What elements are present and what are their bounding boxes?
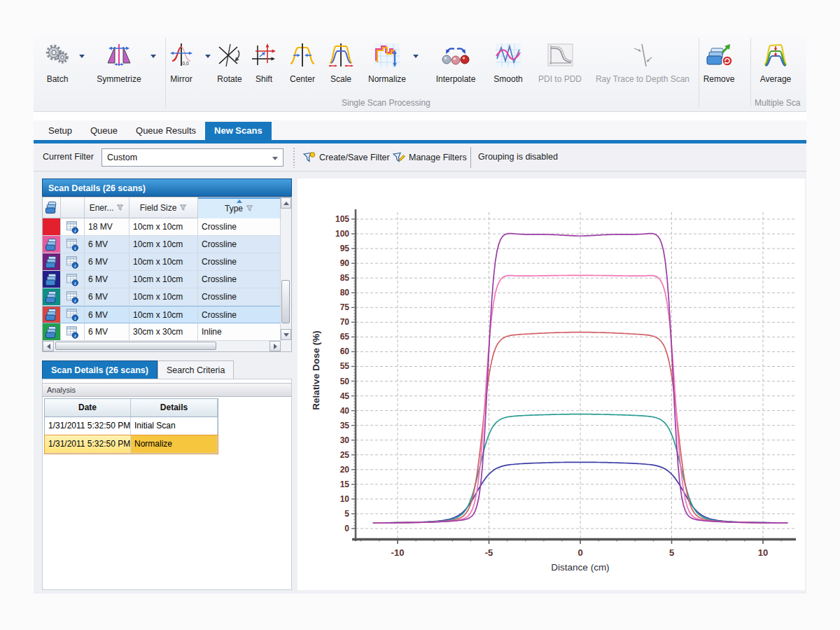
tab-setup[interactable]: Setup	[39, 122, 81, 140]
tab-queue-results[interactable]: Queue Results	[127, 122, 205, 140]
y-tick-label: 100	[335, 229, 349, 239]
sort-ascending-icon	[237, 200, 242, 203]
grid-info-icon[interactable]: i	[66, 273, 79, 286]
filter-funnel-icon[interactable]	[246, 204, 253, 212]
history-column-header-details[interactable]: Details	[131, 399, 218, 416]
triangle-left-icon	[47, 344, 50, 349]
y-tick-label: 85	[340, 273, 350, 283]
scan-color-swatch	[43, 218, 61, 236]
scroll-down-button[interactable]	[281, 329, 291, 340]
tab-queue[interactable]: Queue	[81, 122, 127, 140]
column-header-energy[interactable]: Ener...	[85, 197, 130, 218]
current-filter-value: Custom	[107, 153, 137, 162]
grid-info-icon[interactable]: i	[66, 290, 79, 304]
scan-energy-cell: 6 MV	[85, 288, 130, 306]
scan-row[interactable]: i18 MV10cm x 10cmCrossline	[43, 218, 281, 236]
dropdown-arrow-icon[interactable]	[413, 55, 419, 58]
scan-energy-cell: 6 MV	[85, 306, 130, 323]
filter-funnel-icon[interactable]	[116, 204, 124, 211]
scan-color-swatch	[43, 236, 61, 253]
scan-info-icon-cell[interactable]: i	[61, 218, 85, 236]
detail-tab-search-criteria[interactable]: Search Criteria	[158, 360, 234, 379]
history-row[interactable]: 1/31/2011 5:32:50 PMNormalize	[45, 435, 218, 454]
y-tick-label: 5	[344, 509, 349, 519]
ribbon-rotate-button[interactable]: Rotate	[209, 39, 250, 99]
x-tick-label: 0	[578, 547, 582, 558]
scan-info-icon-cell[interactable]: i	[61, 306, 85, 323]
y-tick-label: 45	[340, 391, 350, 401]
scan-info-icon-cell[interactable]: i	[61, 288, 85, 306]
scan-color-swatch	[43, 306, 61, 323]
current-filter-dropdown[interactable]: Custom	[102, 148, 284, 167]
y-tick-label: 0	[344, 524, 349, 533]
scan-info-icon-cell[interactable]: i	[61, 323, 85, 341]
scan-row[interactable]: i6 MV30cm x 30cmInline	[43, 323, 281, 341]
grid-info-icon[interactable]: i	[66, 255, 79, 269]
ribbon-remove-button[interactable]: Remove	[697, 39, 741, 99]
ribbon-symmetrize-button[interactable]: Symmetrize	[86, 39, 152, 99]
dropdown-arrow-icon[interactable]	[150, 55, 156, 58]
average-icon	[762, 42, 790, 69]
ribbon-shift-button[interactable]: Shift	[248, 39, 280, 99]
horizontal-scrollbar[interactable]	[43, 341, 291, 351]
scan-info-icon-cell[interactable]: i	[61, 253, 85, 271]
ribbon-item-label: Ray Trace to Depth Scan	[583, 74, 702, 84]
filter-toolbar: Current Filter Custom Create/Save Filter	[34, 144, 806, 172]
profile-chart-panel: 0510152025303540455055606570758085909510…	[298, 178, 805, 590]
ribbon-mirror-button[interactable]: 0,0Mirror	[156, 39, 206, 99]
scan-type-cell: Crossline	[198, 288, 281, 306]
y-tick-label: 20	[340, 465, 350, 475]
ribbon-normalize-button[interactable]: Normalize	[360, 39, 414, 99]
history-column-header-date[interactable]: Date	[45, 399, 131, 416]
vertical-scroll-thumb[interactable]	[281, 280, 290, 323]
column-header-stack[interactable]	[43, 197, 61, 218]
vertical-scrollbar[interactable]	[281, 197, 291, 340]
ribbon-center-button[interactable]: Center	[284, 39, 321, 99]
scan-row[interactable]: i6 MV10cm x 10cmCrossline	[43, 288, 281, 306]
scan-row[interactable]: i6 MV10cm x 10cmCrossline	[43, 236, 281, 253]
ribbon-batch-button[interactable]: Batch	[34, 39, 80, 99]
create-save-filter-button[interactable]: Create/Save Filter	[302, 149, 390, 166]
tab-new-scans[interactable]: New Scans	[205, 122, 272, 140]
scan-row[interactable]: i6 MV10cm x 10cmCrossline	[43, 306, 281, 323]
y-tick-label: 95	[340, 244, 350, 253]
grid-info-icon[interactable]: i	[66, 220, 79, 234]
grid-info-icon[interactable]: i	[66, 238, 79, 251]
scan-info-icon-cell[interactable]: i	[61, 236, 85, 253]
scan-type-cell: Crossline	[198, 218, 281, 236]
column-header-type[interactable]: Type	[198, 197, 281, 218]
detail-tab-scan-details-26-scans-[interactable]: Scan Details (26 scans)	[42, 360, 158, 379]
ribbon-item-label: Batch	[34, 74, 80, 84]
scroll-left-button[interactable]	[43, 341, 54, 351]
scan-row[interactable]: i6 MV10cm x 10cmCrossline	[43, 253, 281, 271]
ribbon-scale-button[interactable]: Scale	[325, 39, 357, 99]
history-row[interactable]: 1/31/2011 5:32:50 PMInitial Scan	[45, 417, 218, 435]
triangle-down-icon	[284, 333, 289, 337]
manage-filters-button[interactable]: Manage Filters	[392, 149, 467, 166]
grid-info-icon[interactable]: i	[66, 308, 79, 321]
ribbon-average-button[interactable]: Average	[752, 39, 799, 99]
scan-row[interactable]: i6 MV10cm x 10cmCrossline	[43, 271, 281, 288]
column-header-field-size[interactable]: Field Size	[130, 197, 198, 218]
ribbon-interpolate-button[interactable]: Interpolate	[424, 39, 487, 99]
column-header-blank[interactable]	[61, 197, 85, 218]
stacked-scans-icon	[45, 255, 58, 269]
dropdown-arrow-icon[interactable]	[79, 55, 85, 58]
y-tick-label: 15	[340, 479, 350, 489]
horizontal-scroll-thumb[interactable]	[55, 342, 216, 350]
toolbar-grip	[293, 147, 296, 168]
x-tick-label: -5	[485, 547, 493, 558]
ribbon-separator	[699, 38, 699, 106]
filter-funnel-icon[interactable]	[179, 204, 187, 211]
scan-info-icon-cell[interactable]: i	[61, 271, 85, 288]
grid-info-icon[interactable]: i	[66, 326, 79, 339]
stacked-scans-icon	[45, 273, 58, 286]
ribbon-smooth-button[interactable]: Smooth	[488, 39, 528, 99]
scroll-right-button[interactable]	[270, 341, 281, 351]
scroll-up-button[interactable]	[281, 197, 291, 209]
toolbar-divider	[470, 147, 471, 168]
column-header-label: Type	[225, 204, 243, 214]
scan-energy-cell: 6 MV	[85, 271, 130, 288]
stacked-scans-icon	[45, 290, 58, 304]
chevron-down-icon	[272, 157, 278, 160]
